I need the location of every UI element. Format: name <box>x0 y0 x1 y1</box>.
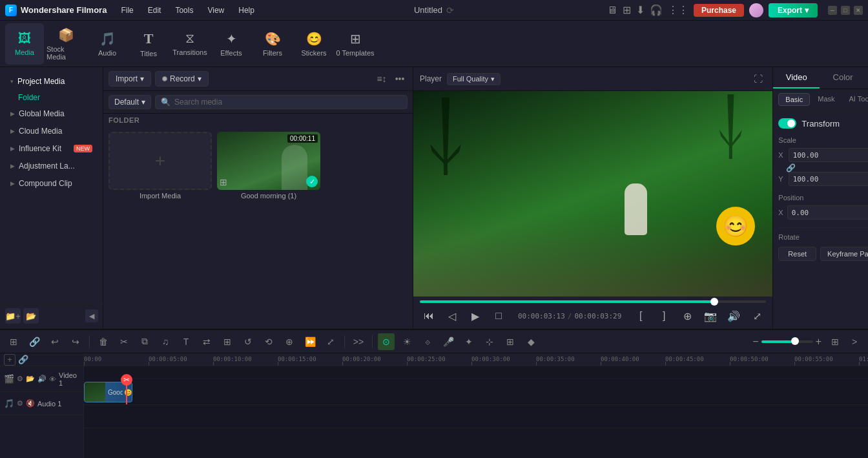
progress-handle[interactable] <box>710 298 718 306</box>
tab-color[interactable]: Color <box>820 67 866 88</box>
tl-ripple-button[interactable]: ☀ <box>398 333 415 350</box>
tl-fullscreen-button[interactable]: ⤢ <box>322 333 339 350</box>
view-mode-select[interactable]: Default ▾ <box>108 95 151 109</box>
video-track[interactable]: ✂ Good ... 😊 <box>84 379 868 405</box>
zoom-handle[interactable] <box>791 337 799 345</box>
search-input[interactable] <box>174 98 402 107</box>
tl-ai-button[interactable]: ✦ <box>460 333 477 350</box>
import-button[interactable]: Import ▾ <box>108 71 151 87</box>
tl-text-button[interactable]: T <box>178 333 194 350</box>
toolbar-audio[interactable]: 🎵 Audio <box>88 23 127 65</box>
tl-link-icon[interactable]: 🔗 <box>18 355 28 364</box>
toolbar-titles[interactable]: T Titles <box>129 23 168 65</box>
video-track-settings-icon[interactable]: ⚙ <box>17 375 23 383</box>
menu-view[interactable]: View <box>201 3 231 17</box>
screenshot-button[interactable]: 📷 <box>701 307 719 325</box>
menu-tools[interactable]: Tools <box>169 3 200 17</box>
tl-delete-button[interactable]: 🗑 <box>95 333 112 350</box>
progress-bar[interactable] <box>420 300 766 303</box>
minimize-button[interactable]: ─ <box>828 6 837 15</box>
tl-add-track-button[interactable]: ⊞ <box>5 333 22 350</box>
sidebar-item-cloud-media[interactable]: ▶ Cloud Media <box>3 123 100 140</box>
transform-toggle[interactable] <box>778 118 796 129</box>
tl-motion-track-button[interactable]: ⊹ <box>481 333 498 350</box>
sidebar-item-influence-kit[interactable]: ▶ Influence Kit NEW <box>3 140 100 157</box>
collapse-panel-button[interactable]: ◀ <box>85 309 98 322</box>
video-track-import-icon[interactable]: 📂 <box>26 375 35 383</box>
tl-mark-button[interactable]: ⟐ <box>419 333 436 350</box>
sidebar-item-project-media[interactable]: ▾ Project Media <box>3 73 100 90</box>
tl-grid-view-button[interactable]: ⊞ <box>827 333 843 350</box>
toolbar-filters[interactable]: 🎨 Filters <box>253 23 292 65</box>
tl-undo-button[interactable]: ↩ <box>46 333 63 350</box>
audio-button[interactable]: 🔊 <box>725 307 743 325</box>
menu-help[interactable]: Help <box>232 3 261 17</box>
sub-tab-mask[interactable]: Mask <box>811 93 841 106</box>
toolbar-stock-media[interactable]: 📦 Stock Media <box>46 23 85 65</box>
tl-reverse-button[interactable]: ↺ <box>240 333 256 350</box>
video-track-visible-icon[interactable]: 👁 <box>49 375 56 383</box>
sidebar-item-global-media[interactable]: ▶ Global Media <box>3 105 100 122</box>
sidebar-folder[interactable]: Folder <box>0 90 103 105</box>
tl-keyframe-button[interactable]: ◆ <box>522 333 539 350</box>
pos-x-input[interactable] <box>787 205 868 220</box>
video-track-audio-icon[interactable]: 🔊 <box>37 375 46 383</box>
menu-edit[interactable]: Edit <box>141 3 168 17</box>
preview-expand-icon[interactable]: ⛶ <box>750 71 766 87</box>
more-options-button[interactable]: ••• <box>392 71 408 87</box>
fullscreen-button[interactable]: ⤢ <box>748 307 766 325</box>
sidebar-item-adjustment[interactable]: ▶ Adjustment La... <box>3 158 100 174</box>
media-thumbnail-0[interactable]: 00:00:11 ✓ ⊞ <box>217 132 320 190</box>
tl-replace-button[interactable]: ⇄ <box>198 333 215 350</box>
user-avatar[interactable] <box>749 3 763 17</box>
tl-cut-button[interactable]: ✂ <box>116 333 132 350</box>
tl-more-button[interactable]: >> <box>350 333 367 350</box>
toolbar-stickers[interactable]: 😊 Stickers <box>294 23 333 65</box>
zoom-out-button[interactable]: − <box>752 336 758 348</box>
tl-crop-button[interactable]: ⧉ <box>136 333 153 350</box>
tl-snap-button[interactable]: ⊙ <box>378 333 395 350</box>
search-box[interactable]: 🔍 <box>155 95 408 109</box>
audio-track-mute-icon[interactable]: 🔇 <box>26 399 35 408</box>
import-folder-button[interactable]: 📂 <box>23 308 39 324</box>
tl-voice-button[interactable]: 🎤 <box>440 333 457 350</box>
import-media-card[interactable]: + <box>108 132 212 190</box>
record-button[interactable]: Record ▾ <box>155 71 209 87</box>
scale-y-input[interactable] <box>789 172 868 186</box>
zoom-in-button[interactable]: + <box>816 336 822 348</box>
frame-back-button[interactable]: ◁ <box>443 307 461 325</box>
audio-track[interactable] <box>84 405 868 428</box>
close-button[interactable]: ✕ <box>854 6 863 15</box>
sub-tab-ai-tools[interactable]: AI Tools <box>843 93 868 106</box>
filter-sort-button[interactable]: ≡↕ <box>374 71 389 87</box>
export-button[interactable]: Export ▾ <box>769 3 818 17</box>
tl-loop-button[interactable]: ⟲ <box>260 333 277 350</box>
reset-button[interactable]: Reset <box>778 247 816 261</box>
sub-tab-basic[interactable]: Basic <box>778 93 810 106</box>
snapshot-button[interactable]: □ <box>490 307 508 325</box>
zoom-slider[interactable] <box>761 340 813 343</box>
skip-back-button[interactable]: ⏮ <box>420 307 438 325</box>
maximize-button[interactable]: □ <box>841 6 850 15</box>
tl-copy-button[interactable]: ⊕ <box>281 333 298 350</box>
tl-link-button[interactable]: 🔗 <box>26 333 43 350</box>
toolbar-templates[interactable]: ⊞ 0 Templates <box>336 23 375 65</box>
toolbar-effects[interactable]: ✦ Effects <box>212 23 251 65</box>
tl-audio-button[interactable]: ♫ <box>157 333 174 350</box>
sidebar-item-compound-clip[interactable]: ▶ Compound Clip <box>3 175 100 192</box>
mark-out-button[interactable]: ] <box>655 307 673 325</box>
insert-button[interactable]: ⊕ <box>678 307 696 325</box>
tl-screen-rec-button[interactable]: ⊞ <box>502 333 519 350</box>
tl-redo-button[interactable]: ↪ <box>67 333 84 350</box>
mark-in-button[interactable]: [ <box>632 307 650 325</box>
playhead[interactable]: ✂ <box>126 379 127 404</box>
tl-track-add-button[interactable]: + <box>4 354 16 366</box>
scale-x-input[interactable] <box>789 148 868 162</box>
tl-speed-button[interactable]: ⏩ <box>302 333 318 350</box>
tl-fit-button[interactable]: ⊞ <box>219 333 236 350</box>
toolbar-media[interactable]: 🖼 Media <box>5 23 44 65</box>
purchase-button[interactable]: Purchase <box>694 4 744 17</box>
keyframe-button[interactable]: Keyframe Panel <box>820 247 868 261</box>
timeline-scroll-area[interactable]: 00:00 00:00:05:00 00:00:10:00 00:00:15:0… <box>84 353 868 458</box>
menu-file[interactable]: File <box>114 3 140 17</box>
